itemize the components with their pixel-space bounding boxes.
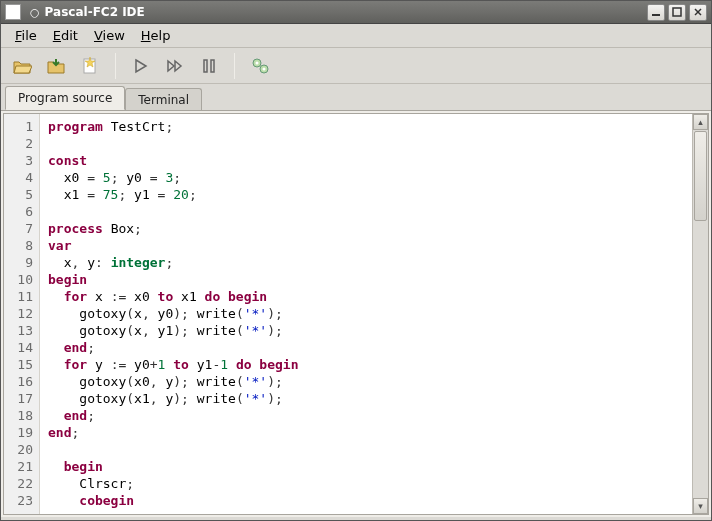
line-number: 22 bbox=[4, 475, 33, 492]
line-number: 13 bbox=[4, 322, 33, 339]
play-icon bbox=[133, 58, 149, 74]
menu-view[interactable]: View bbox=[86, 26, 133, 45]
code-line[interactable]: x, y: integer; bbox=[48, 254, 692, 271]
code-line[interactable]: x0 = 5; y0 = 3; bbox=[48, 169, 692, 186]
tab-terminal[interactable]: Terminal bbox=[125, 88, 202, 111]
toolbar bbox=[1, 48, 711, 84]
code-line[interactable]: end; bbox=[48, 424, 692, 441]
folder-icon bbox=[12, 57, 32, 75]
tab-program-source[interactable]: Program source bbox=[5, 86, 125, 110]
code-line[interactable]: x1 = 75; y1 = 20; bbox=[48, 186, 692, 203]
line-number: 14 bbox=[4, 339, 33, 356]
line-gutter: 1234567891011121314151617181920212223 bbox=[4, 114, 40, 514]
vertical-scrollbar[interactable]: ▴ ▾ bbox=[692, 114, 708, 514]
line-number: 18 bbox=[4, 407, 33, 424]
maximize-button[interactable] bbox=[668, 4, 686, 21]
save-icon bbox=[46, 57, 66, 75]
line-number: 2 bbox=[4, 135, 33, 152]
titlebar[interactable]: ○ Pascal-FC2 IDE bbox=[1, 1, 711, 24]
code-line[interactable]: process Box; bbox=[48, 220, 692, 237]
code-line[interactable]: end; bbox=[48, 407, 692, 424]
line-number: 5 bbox=[4, 186, 33, 203]
toolbar-separator bbox=[234, 53, 235, 79]
close-button[interactable] bbox=[689, 4, 707, 21]
line-number: 12 bbox=[4, 305, 33, 322]
new-button[interactable] bbox=[75, 52, 105, 80]
code-line[interactable]: var bbox=[48, 237, 692, 254]
svg-marker-8 bbox=[175, 61, 181, 71]
line-number: 9 bbox=[4, 254, 33, 271]
menu-edit[interactable]: Edit bbox=[45, 26, 86, 45]
line-number: 8 bbox=[4, 237, 33, 254]
new-icon bbox=[80, 56, 100, 76]
line-number: 4 bbox=[4, 169, 33, 186]
save-button[interactable] bbox=[41, 52, 71, 80]
line-number: 7 bbox=[4, 220, 33, 237]
settings-button[interactable] bbox=[245, 52, 275, 80]
code-line[interactable] bbox=[48, 203, 692, 220]
app-icon bbox=[5, 4, 21, 20]
svg-marker-7 bbox=[168, 61, 174, 71]
svg-rect-10 bbox=[211, 60, 214, 72]
menu-file[interactable]: File bbox=[7, 26, 45, 45]
pause-button[interactable] bbox=[194, 52, 224, 80]
line-number: 21 bbox=[4, 458, 33, 475]
code-line[interactable] bbox=[48, 441, 692, 458]
gears-icon bbox=[250, 56, 270, 76]
code-line[interactable]: program TestCrt; bbox=[48, 118, 692, 135]
code-line[interactable]: begin bbox=[48, 458, 692, 475]
svg-marker-6 bbox=[136, 60, 146, 72]
scroll-down-button[interactable]: ▾ bbox=[693, 498, 708, 514]
line-number: 15 bbox=[4, 356, 33, 373]
code-line[interactable]: gotoxy(x0, y); write('*'); bbox=[48, 373, 692, 390]
fastforward-icon bbox=[166, 58, 184, 74]
line-number: 11 bbox=[4, 288, 33, 305]
code-editor[interactable]: 1234567891011121314151617181920212223 pr… bbox=[3, 113, 709, 515]
run-button[interactable] bbox=[126, 52, 156, 80]
line-number: 10 bbox=[4, 271, 33, 288]
code-line[interactable]: gotoxy(x1, y); write('*'); bbox=[48, 390, 692, 407]
svg-rect-1 bbox=[673, 8, 681, 16]
line-number: 1 bbox=[4, 118, 33, 135]
scroll-thumb[interactable] bbox=[694, 131, 707, 221]
minimize-button[interactable] bbox=[647, 4, 665, 21]
code-line[interactable]: for y := y0+1 to y1-1 do begin bbox=[48, 356, 692, 373]
line-number: 16 bbox=[4, 373, 33, 390]
code-line[interactable]: gotoxy(x, y1); write('*'); bbox=[48, 322, 692, 339]
code-line[interactable]: const bbox=[48, 152, 692, 169]
toolbar-separator bbox=[115, 53, 116, 79]
svg-point-12 bbox=[256, 61, 259, 64]
code-line[interactable]: end; bbox=[48, 339, 692, 356]
pause-icon bbox=[202, 58, 216, 74]
code-area[interactable]: program TestCrt; const x0 = 5; y0 = 3; x… bbox=[40, 114, 692, 514]
line-number: 23 bbox=[4, 492, 33, 509]
line-number: 20 bbox=[4, 441, 33, 458]
code-line[interactable]: for x := x0 to x1 do begin bbox=[48, 288, 692, 305]
svg-rect-9 bbox=[204, 60, 207, 72]
menubar: File Edit View Help bbox=[1, 24, 711, 48]
code-line[interactable]: begin bbox=[48, 271, 692, 288]
window-title: Pascal-FC2 IDE bbox=[45, 5, 145, 19]
fastforward-button[interactable] bbox=[160, 52, 190, 80]
scroll-up-button[interactable]: ▴ bbox=[693, 114, 708, 130]
line-number: 6 bbox=[4, 203, 33, 220]
line-number: 3 bbox=[4, 152, 33, 169]
line-number: 19 bbox=[4, 424, 33, 441]
tabbar: Program source Terminal bbox=[1, 84, 711, 110]
code-line[interactable] bbox=[48, 135, 692, 152]
svg-point-14 bbox=[263, 67, 266, 70]
svg-rect-0 bbox=[652, 14, 660, 16]
code-line[interactable]: cobegin bbox=[48, 492, 692, 509]
titlebar-bullet-icon: ○ bbox=[30, 6, 40, 19]
open-button[interactable] bbox=[7, 52, 37, 80]
menu-help[interactable]: Help bbox=[133, 26, 179, 45]
line-number: 17 bbox=[4, 390, 33, 407]
code-line[interactable]: Clrscr; bbox=[48, 475, 692, 492]
editor-pane: 1234567891011121314151617181920212223 pr… bbox=[1, 110, 711, 517]
code-line[interactable]: gotoxy(x, y0); write('*'); bbox=[48, 305, 692, 322]
